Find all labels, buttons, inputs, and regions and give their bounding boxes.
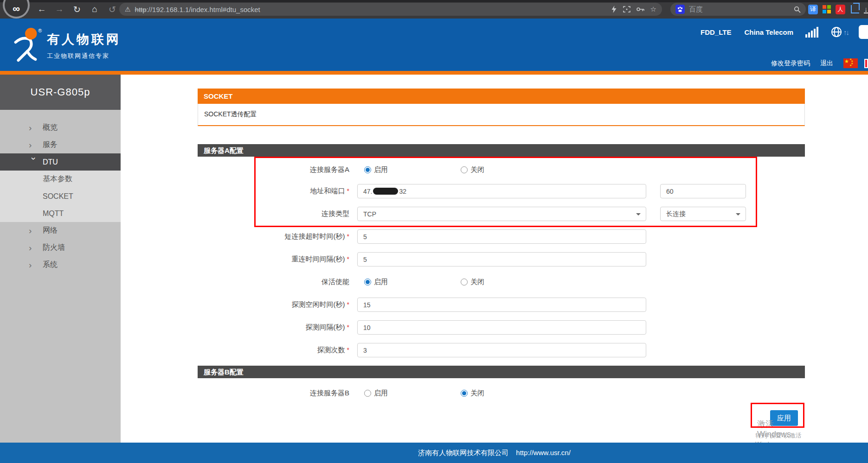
radio-off-icon[interactable] (461, 279, 468, 285)
lightning-icon[interactable] (611, 6, 617, 13)
address-input[interactable]: 47.32 (357, 184, 646, 198)
sidebar: USR-G805p › 概览 › 服务 › DTU 基本参数 SOCKET MQ… (0, 75, 121, 443)
not-secure-warning-icon[interactable]: ⚠ (125, 6, 131, 13)
redaction-blob (373, 188, 398, 195)
network-mode: FDD_LTE (701, 28, 731, 36)
main-content: SOCKET SOCKET透传配置 服务器A配置 连接服务器A 启用 关闭 (121, 75, 868, 443)
radio-enable[interactable]: 启用 (364, 389, 388, 398)
orange-divider (0, 71, 868, 75)
page-footer: 济南有人物联网技术有限公司 http://www.usr.cn/ (0, 443, 868, 463)
carrier-name: China Telecom (744, 28, 793, 36)
connect-b-radio-group: 启用 关闭 (364, 389, 484, 398)
cut-off-status-icon (859, 25, 868, 39)
chevron-right-icon: › (29, 243, 39, 253)
radio-enable[interactable]: 启用 (364, 165, 388, 174)
radio-on-icon[interactable] (364, 166, 371, 173)
sidebar-item-dtu[interactable]: › DTU (0, 153, 121, 171)
sidebar-item-services[interactable]: › 服务 (0, 136, 121, 153)
form-row-short-timeout: 短连接超时时间(秒)* 5 (198, 225, 805, 248)
probe-idle-input[interactable]: 15 (357, 298, 646, 312)
chevron-right-icon: › (29, 140, 39, 150)
device-model-title: USR-G805p (0, 75, 121, 110)
section-a-header: 服务器A配置 (198, 144, 805, 157)
sidebar-item-firewall[interactable]: › 防火墙 (0, 239, 121, 256)
sidebar-item-label: 网络 (43, 226, 58, 235)
data-traffic-icon: ↑↓ (830, 26, 849, 38)
sidebar-subitem-label: SOCKET (43, 192, 73, 201)
search-icon[interactable] (794, 6, 801, 13)
sidebar-item-label: 服务 (43, 140, 58, 150)
sidebar-item-overview[interactable]: › 概览 (0, 119, 121, 136)
radio-off-icon[interactable] (461, 390, 468, 397)
reload-icon[interactable]: ↻ (71, 4, 83, 15)
brand-slogan: 工业物联网通信专家 (47, 52, 109, 60)
footer-site-link[interactable]: http://www.usr.cn/ (516, 449, 571, 457)
keepalive-radio-group: 启用 关闭 (364, 278, 484, 286)
screenshot-icon[interactable] (623, 6, 630, 13)
protocol-select[interactable]: TCP (357, 207, 646, 221)
probe-count-input[interactable]: 3 (357, 343, 646, 357)
chevron-down-icon: › (29, 157, 39, 167)
sidebar-subitem-basic-params[interactable]: 基本参数 (0, 171, 121, 188)
crop-extension-icon[interactable] (851, 5, 859, 13)
svg-text:®: ® (38, 28, 42, 33)
incognito-icon: ∞ (13, 3, 20, 15)
radio-off-icon[interactable] (461, 166, 468, 173)
radio-disable[interactable]: 关闭 (461, 165, 484, 174)
key-icon[interactable] (637, 6, 644, 12)
favorite-star-icon[interactable]: ☆ (650, 5, 656, 13)
radio-disable[interactable]: 关闭 (461, 278, 484, 286)
chevron-right-icon: › (29, 123, 39, 133)
cut-off-flag-icon (864, 59, 868, 68)
usr-logo: ® (7, 27, 44, 65)
radio-on-icon[interactable] (364, 390, 371, 397)
address-bar[interactable]: ⚠ http://192.168.1.1/index.html#dtu_sock… (119, 3, 662, 16)
download-icon[interactable]: ↓ (864, 6, 868, 13)
profile-avatar[interactable]: ∞ (3, 0, 30, 19)
signal-strength-icon (805, 26, 818, 38)
field-label: 探测空闲时间(秒)* (198, 300, 349, 309)
change-password-link[interactable]: 修改登录密码 (771, 59, 810, 68)
field-label: 短连接超时时间(秒)* (198, 232, 349, 241)
connection-mode-select[interactable]: 长连接 (660, 207, 746, 221)
translate-extension-icon[interactable]: 译 (808, 5, 818, 14)
radio-disable[interactable]: 关闭 (461, 389, 484, 398)
form-row-connect-b: 连接服务器B 启用 关闭 (198, 382, 805, 405)
section-b-header: 服务器B配置 (198, 366, 805, 378)
sidebar-subitem-mqtt[interactable]: MQTT (0, 205, 121, 222)
pdf-extension-icon[interactable]: 人 (836, 5, 845, 14)
chevron-right-icon: › (29, 226, 39, 236)
sidebar-item-system[interactable]: › 系统 (0, 256, 121, 273)
probe-interval-input[interactable]: 10 (357, 320, 646, 335)
sidebar-item-label: 概览 (43, 123, 58, 133)
sidebar-subitem-label: 基本参数 (43, 174, 72, 184)
sidebar-subitem-label: MQTT (43, 209, 64, 218)
connect-a-radio-group: 启用 关闭 (364, 165, 484, 174)
short-timeout-input[interactable]: 5 (357, 229, 646, 244)
form-row-connection-type: 连接类型 TCP 长连接 (198, 203, 805, 225)
sidebar-subitem-socket[interactable]: SOCKET (0, 188, 121, 205)
logout-link[interactable]: 退出 (820, 59, 833, 68)
field-label: 连接服务器B (198, 389, 349, 398)
form-row-probe-idle: 探测空闲时间(秒)* 15 (198, 293, 805, 316)
undo-icon[interactable]: ↺ (107, 4, 118, 15)
home-icon[interactable]: ⌂ (89, 4, 100, 14)
field-label: 连接类型 (198, 209, 349, 218)
page: ← → ↻ ⌂ ↺ ☆ ⚠ http://192.168.1.1/index.h… (0, 0, 868, 463)
form-row-probe-count: 探测次数* 3 (198, 339, 805, 362)
field-label: 保活使能 (198, 278, 349, 286)
field-label: 探测次数* (198, 346, 349, 355)
language-flag-icon[interactable]: ★ ★ ★ ★ ★ (843, 58, 858, 68)
microsoft-extension-icon[interactable] (823, 5, 831, 13)
sidebar-item-network[interactable]: › 网络 (0, 222, 121, 239)
forward-icon[interactable]: → (54, 4, 65, 14)
field-label: 探测间隔(秒)* (198, 323, 349, 332)
port-input[interactable]: 60 (660, 184, 746, 198)
back-icon[interactable]: ← (36, 4, 47, 14)
field-label: 地址和端口* (198, 187, 349, 196)
radio-enable[interactable]: 启用 (364, 278, 388, 286)
page-subtitle: SOCKET透传配置 (198, 104, 805, 126)
reconnect-interval-input[interactable]: 5 (357, 252, 646, 266)
baidu-search-box[interactable]: 百度 (670, 3, 806, 16)
radio-on-icon[interactable] (364, 279, 371, 285)
